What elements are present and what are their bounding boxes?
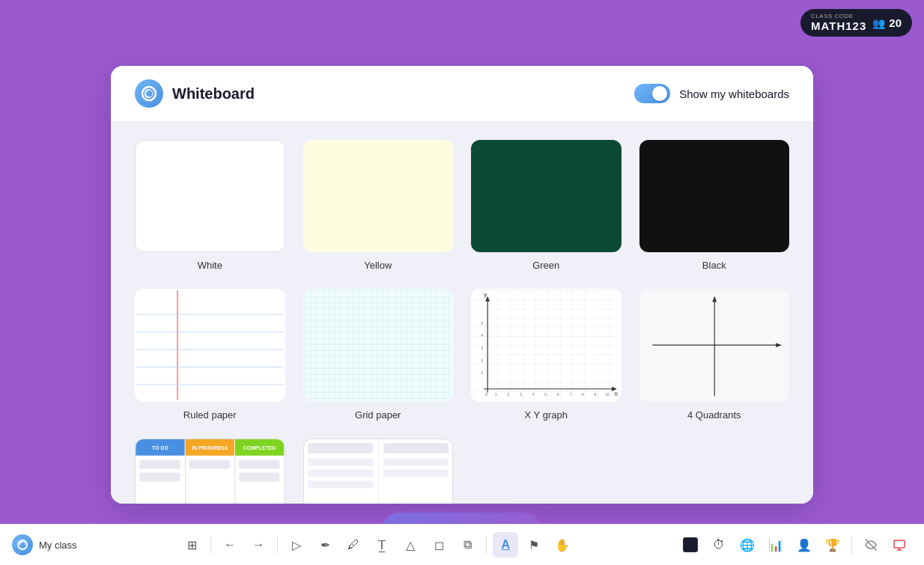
svg-text:0: 0	[485, 393, 487, 397]
svg-rect-52	[308, 469, 373, 477]
whiteboard-card-ruled[interactable]: Ruled paper	[135, 289, 285, 420]
toggle-section[interactable]: Show my whiteboards	[634, 84, 789, 103]
whiteboard-thumb-ruled	[135, 289, 285, 401]
whiteboard-card-black[interactable]: Black	[639, 140, 790, 271]
whiteboard-thumb-green	[471, 140, 621, 252]
svg-rect-46	[239, 459, 279, 468]
bottom-toolbar: My class ⊞ ← → ▷ ✒ 🖊 T̲ △ ◻ ⧉ A ⚑ ✋ ⏱ 🌐 …	[0, 524, 924, 565]
svg-text:6: 6	[557, 393, 559, 397]
svg-marker-33	[712, 296, 717, 302]
toggle-knob	[652, 86, 667, 101]
redo-tool[interactable]: →	[246, 532, 271, 558]
eye-slash-tool[interactable]	[858, 532, 884, 558]
svg-rect-49	[308, 443, 373, 453]
person-tool[interactable]: 👤	[791, 532, 817, 558]
svg-rect-44	[139, 472, 180, 481]
toolbar-left: My class	[12, 534, 77, 555]
svg-text:4: 4	[481, 335, 483, 338]
whiteboard-card-4quad[interactable]: 4 Quadrants	[639, 289, 790, 420]
svg-text:2: 2	[481, 359, 483, 363]
timer-tool[interactable]: ⏱	[706, 532, 732, 558]
whiteboard-label-4quad: 4 Quadrants	[687, 409, 741, 421]
svg-text:IN PROGRESS: IN PROGRESS	[192, 445, 228, 451]
svg-text:10: 10	[605, 393, 610, 397]
highlighter-tool[interactable]: 🖊	[341, 532, 366, 558]
app-logo	[135, 79, 163, 108]
class-code: MATH123	[811, 20, 866, 33]
eraser-tool[interactable]: ◻	[426, 532, 452, 558]
grid-view-tool[interactable]: ⊞	[179, 532, 204, 558]
whiteboard-thumb-black	[639, 140, 790, 252]
hand-tool[interactable]: ✋	[550, 532, 575, 558]
globe-tool[interactable]: 🌐	[735, 532, 760, 558]
text-tool[interactable]: T̲	[369, 532, 395, 558]
whiteboard-card-xy[interactable]: y X 0 1 2 3 4 5 6 7 8 9 10 1 2 3	[471, 289, 621, 420]
pen-tool[interactable]: ✒	[312, 532, 338, 558]
svg-text:5: 5	[544, 393, 547, 397]
flag-tool[interactable]: ⚑	[521, 532, 547, 558]
present-tool[interactable]	[887, 532, 912, 558]
whiteboard-label-green: Green	[532, 260, 559, 271]
whiteboard-label-ruled: Ruled paper	[183, 409, 237, 421]
svg-text:7: 7	[569, 393, 571, 397]
whiteboard-label-white: White	[198, 260, 222, 271]
class-code-label: class code MATH123	[811, 13, 866, 32]
svg-rect-54	[383, 458, 449, 465]
select-tool[interactable]: ▷	[284, 532, 309, 558]
color-swatch	[683, 537, 698, 552]
svg-text:4: 4	[532, 393, 535, 397]
modal-header: Whiteboard Show my whiteboards	[111, 66, 813, 122]
svg-rect-55	[383, 469, 449, 477]
divider-1	[210, 536, 211, 554]
whiteboard-thumb-xy: y X 0 1 2 3 4 5 6 7 8 9 10 1 2 3	[471, 289, 621, 401]
toolbar-tools: ⊞ ← → ▷ ✒ 🖊 T̲ △ ◻ ⧉ A ⚑ ✋	[179, 532, 575, 558]
svg-text:X: X	[614, 391, 618, 397]
color-fill-tool[interactable]	[678, 532, 703, 558]
svg-rect-7	[305, 290, 452, 400]
whiteboard-card-todo[interactable]	[303, 439, 454, 504]
whiteboard-card-kanban[interactable]: TO DO IN PROGRESS COMPLETED	[135, 439, 285, 504]
clone-tool[interactable]: ⧉	[455, 532, 480, 558]
svg-rect-45	[189, 459, 230, 468]
whiteboard-card-yellow[interactable]: Yellow	[303, 140, 454, 271]
whiteboard-card-white[interactable]: White	[135, 140, 285, 271]
undo-tool[interactable]: ←	[217, 532, 243, 558]
toolbar-app-name: My class	[39, 540, 77, 551]
divider-3	[486, 536, 487, 554]
svg-rect-51	[308, 458, 373, 465]
count-value: 20	[889, 16, 902, 29]
divider-4	[851, 536, 852, 554]
text-format-tool[interactable]: A	[493, 532, 518, 558]
svg-text:1: 1	[495, 393, 497, 397]
svg-rect-47	[239, 472, 279, 481]
svg-text:5: 5	[481, 322, 483, 326]
whiteboard-thumb-yellow	[303, 140, 454, 252]
whiteboard-thumb-grid	[303, 289, 454, 401]
whiteboard-label-black: Black	[702, 260, 726, 271]
chart-tool[interactable]: 📊	[763, 532, 788, 558]
show-whiteboards-toggle[interactable]	[634, 84, 670, 103]
svg-text:COMPLETED: COMPLETED	[243, 445, 276, 451]
top-bar: class code MATH123 👥 20	[800, 9, 912, 37]
trophy-tool[interactable]: 🏆	[820, 532, 845, 558]
svg-rect-57	[894, 540, 905, 548]
student-count: 👥 20	[872, 16, 902, 29]
whiteboard-thumb-todo	[303, 439, 454, 504]
svg-text:TO DO: TO DO	[152, 445, 168, 451]
whiteboard-thumb-white	[135, 140, 285, 252]
svg-point-0	[142, 87, 156, 100]
svg-text:3: 3	[520, 393, 522, 397]
divider-2	[277, 536, 278, 554]
whiteboard-label-xy: X Y graph	[525, 409, 568, 421]
svg-text:1: 1	[481, 372, 483, 376]
svg-rect-53	[308, 480, 373, 488]
whiteboard-card-grid[interactable]: Grid paper	[303, 289, 454, 420]
whiteboard-label-yellow: Yellow	[364, 260, 392, 271]
modal-title: Whiteboard	[172, 85, 255, 103]
svg-marker-34	[776, 343, 782, 348]
shapes-tool[interactable]: △	[398, 532, 423, 558]
whiteboard-card-green[interactable]: Green	[471, 140, 621, 271]
svg-rect-43	[139, 459, 180, 468]
toolbar-logo	[12, 534, 33, 555]
toggle-label: Show my whiteboards	[679, 88, 789, 100]
